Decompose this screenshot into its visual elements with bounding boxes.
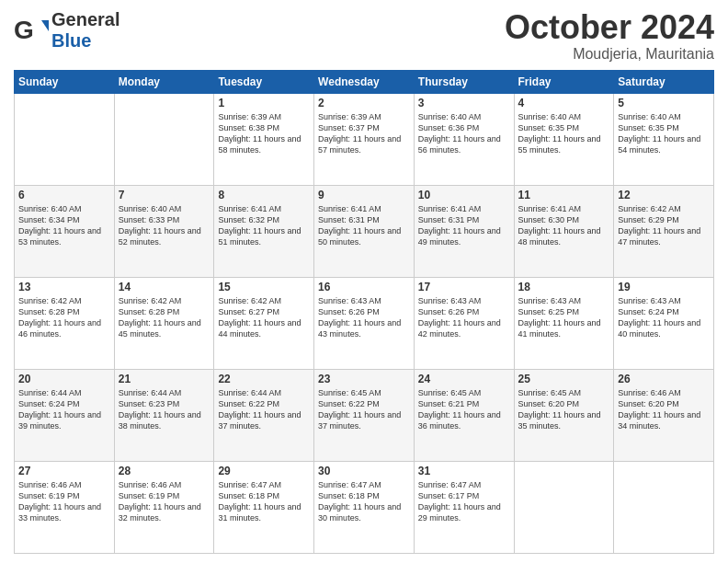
day-info: Sunrise: 6:42 AMSunset: 6:27 PMDaylight:… (218, 295, 310, 340)
calendar-cell: 8Sunrise: 6:41 AMSunset: 6:32 PMDaylight… (214, 185, 314, 277)
header: G General Blue October 2024 Moudjeria, M… (14, 9, 714, 63)
calendar-week-2: 6Sunrise: 6:40 AMSunset: 6:34 PMDaylight… (15, 185, 714, 277)
day-info: Sunrise: 6:39 AMSunset: 6:37 PMDaylight:… (318, 111, 410, 156)
col-sunday: Sunday (15, 70, 115, 93)
calendar-cell: 27Sunrise: 6:46 AMSunset: 6:19 PMDayligh… (15, 461, 115, 553)
logo-wrapper: G General Blue (14, 9, 119, 52)
day-number: 7 (119, 189, 210, 201)
day-info: Sunrise: 6:43 AMSunset: 6:26 PMDaylight:… (318, 295, 410, 340)
calendar-cell: 4Sunrise: 6:40 AMSunset: 6:35 PMDaylight… (514, 93, 614, 185)
day-number: 23 (318, 373, 410, 385)
day-number: 25 (518, 373, 610, 385)
col-wednesday: Wednesday (314, 70, 415, 93)
calendar-cell: 11Sunrise: 6:41 AMSunset: 6:30 PMDayligh… (514, 185, 614, 277)
day-info: Sunrise: 6:44 AMSunset: 6:22 PMDaylight:… (218, 387, 310, 432)
calendar-cell (114, 93, 214, 185)
day-info: Sunrise: 6:46 AMSunset: 6:20 PMDaylight:… (618, 387, 710, 432)
day-info: Sunrise: 6:43 AMSunset: 6:24 PMDaylight:… (618, 295, 710, 340)
day-number: 2 (318, 97, 410, 109)
day-info: Sunrise: 6:41 AMSunset: 6:30 PMDaylight:… (518, 203, 610, 248)
calendar-header-row: Sunday Monday Tuesday Wednesday Thursday… (15, 70, 714, 93)
logo-text: General Blue (51, 9, 119, 52)
calendar-cell: 9Sunrise: 6:41 AMSunset: 6:31 PMDaylight… (314, 185, 415, 277)
calendar-body: 1Sunrise: 6:39 AMSunset: 6:38 PMDaylight… (15, 93, 714, 553)
calendar-cell: 14Sunrise: 6:42 AMSunset: 6:28 PMDayligh… (114, 277, 214, 369)
day-number: 18 (518, 281, 610, 293)
day-number: 15 (218, 281, 310, 293)
day-number: 20 (18, 373, 110, 385)
day-number: 21 (119, 373, 210, 385)
page: G General Blue October 2024 Moudjeria, M… (0, 0, 728, 563)
calendar-week-4: 20Sunrise: 6:44 AMSunset: 6:24 PMDayligh… (15, 369, 714, 461)
day-info: Sunrise: 6:44 AMSunset: 6:24 PMDaylight:… (18, 387, 110, 432)
calendar-cell (15, 93, 115, 185)
col-thursday: Thursday (414, 70, 514, 93)
calendar-cell: 25Sunrise: 6:45 AMSunset: 6:20 PMDayligh… (514, 369, 614, 461)
calendar-cell: 19Sunrise: 6:43 AMSunset: 6:24 PMDayligh… (614, 277, 714, 369)
logo-area: G General Blue (14, 9, 119, 52)
day-number: 17 (418, 281, 510, 293)
day-number: 1 (218, 97, 310, 109)
day-number: 11 (518, 189, 610, 201)
day-info: Sunrise: 6:41 AMSunset: 6:32 PMDaylight:… (218, 203, 310, 248)
calendar-cell: 13Sunrise: 6:42 AMSunset: 6:28 PMDayligh… (15, 277, 115, 369)
day-info: Sunrise: 6:40 AMSunset: 6:35 PMDaylight:… (618, 111, 710, 156)
day-number: 19 (618, 281, 710, 293)
day-number: 26 (618, 373, 710, 385)
calendar-cell: 3Sunrise: 6:40 AMSunset: 6:36 PMDaylight… (414, 93, 514, 185)
calendar-cell: 1Sunrise: 6:39 AMSunset: 6:38 PMDaylight… (214, 93, 314, 185)
calendar-cell (614, 461, 714, 553)
day-info: Sunrise: 6:47 AMSunset: 6:18 PMDaylight:… (318, 479, 410, 524)
calendar-cell: 23Sunrise: 6:45 AMSunset: 6:22 PMDayligh… (314, 369, 415, 461)
day-info: Sunrise: 6:47 AMSunset: 6:18 PMDaylight:… (218, 479, 310, 524)
calendar-cell (514, 461, 614, 553)
day-info: Sunrise: 6:41 AMSunset: 6:31 PMDaylight:… (318, 203, 410, 248)
col-saturday: Saturday (614, 70, 714, 93)
calendar-week-1: 1Sunrise: 6:39 AMSunset: 6:38 PMDaylight… (15, 93, 714, 185)
month-title: October 2024 (505, 9, 714, 46)
col-friday: Friday (514, 70, 614, 93)
calendar-cell: 28Sunrise: 6:46 AMSunset: 6:19 PMDayligh… (114, 461, 214, 553)
day-info: Sunrise: 6:45 AMSunset: 6:20 PMDaylight:… (518, 387, 610, 432)
day-number: 22 (218, 373, 310, 385)
day-number: 12 (618, 189, 710, 201)
calendar-cell: 12Sunrise: 6:42 AMSunset: 6:29 PMDayligh… (614, 185, 714, 277)
logo-icon: G (14, 13, 49, 48)
day-info: Sunrise: 6:40 AMSunset: 6:33 PMDaylight:… (119, 203, 210, 248)
calendar-cell: 2Sunrise: 6:39 AMSunset: 6:37 PMDaylight… (314, 93, 415, 185)
calendar-cell: 26Sunrise: 6:46 AMSunset: 6:20 PMDayligh… (614, 369, 714, 461)
calendar-week-3: 13Sunrise: 6:42 AMSunset: 6:28 PMDayligh… (15, 277, 714, 369)
day-info: Sunrise: 6:47 AMSunset: 6:17 PMDaylight:… (418, 479, 510, 524)
day-number: 31 (418, 465, 510, 477)
day-number: 29 (218, 465, 310, 477)
calendar-cell: 30Sunrise: 6:47 AMSunset: 6:18 PMDayligh… (314, 461, 415, 553)
day-info: Sunrise: 6:43 AMSunset: 6:26 PMDaylight:… (418, 295, 510, 340)
calendar-cell: 24Sunrise: 6:45 AMSunset: 6:21 PMDayligh… (414, 369, 514, 461)
calendar-cell: 22Sunrise: 6:44 AMSunset: 6:22 PMDayligh… (214, 369, 314, 461)
calendar-cell: 17Sunrise: 6:43 AMSunset: 6:26 PMDayligh… (414, 277, 514, 369)
day-number: 8 (218, 189, 310, 201)
calendar-cell: 15Sunrise: 6:42 AMSunset: 6:27 PMDayligh… (214, 277, 314, 369)
day-number: 28 (119, 465, 210, 477)
day-info: Sunrise: 6:40 AMSunset: 6:34 PMDaylight:… (18, 203, 110, 248)
calendar-cell: 18Sunrise: 6:43 AMSunset: 6:25 PMDayligh… (514, 277, 614, 369)
day-number: 3 (418, 97, 510, 109)
day-number: 14 (119, 281, 210, 293)
day-number: 5 (618, 97, 710, 109)
location: Moudjeria, Mauritania (505, 46, 714, 63)
day-number: 24 (418, 373, 510, 385)
day-info: Sunrise: 6:44 AMSunset: 6:23 PMDaylight:… (119, 387, 210, 432)
logo-general: General (51, 9, 119, 29)
day-info: Sunrise: 6:41 AMSunset: 6:31 PMDaylight:… (418, 203, 510, 248)
calendar-table: Sunday Monday Tuesday Wednesday Thursday… (14, 70, 714, 554)
calendar-cell: 29Sunrise: 6:47 AMSunset: 6:18 PMDayligh… (214, 461, 314, 553)
day-number: 6 (18, 189, 110, 201)
day-info: Sunrise: 6:42 AMSunset: 6:28 PMDaylight:… (119, 295, 210, 340)
svg-text:G: G (14, 16, 34, 44)
calendar-cell: 7Sunrise: 6:40 AMSunset: 6:33 PMDaylight… (114, 185, 214, 277)
logo-blue: Blue (51, 30, 91, 51)
calendar-cell: 10Sunrise: 6:41 AMSunset: 6:31 PMDayligh… (414, 185, 514, 277)
day-info: Sunrise: 6:46 AMSunset: 6:19 PMDaylight:… (18, 479, 110, 524)
day-number: 4 (518, 97, 610, 109)
calendar-cell: 6Sunrise: 6:40 AMSunset: 6:34 PMDaylight… (15, 185, 115, 277)
